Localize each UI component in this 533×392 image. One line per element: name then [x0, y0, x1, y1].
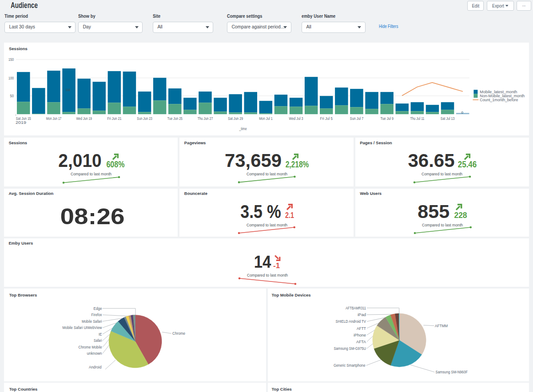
svg-text:Wed Jun 19: Wed Jun 19: [76, 116, 92, 121]
svg-text:unknown: unknown: [87, 351, 102, 356]
svg-text:Thu Jul 11: Thu Jul 11: [410, 116, 424, 121]
svg-text:AFTT: AFTT: [357, 326, 366, 331]
svg-text:Chrome: Chrome: [172, 331, 185, 336]
svg-text:iPad: iPad: [358, 312, 366, 317]
svg-text:AFTBAMR311: AFTBAMR311: [346, 305, 366, 310]
svg-text:IE: IE: [99, 332, 102, 337]
svg-text:Thu Jun 27: Thu Jun 27: [198, 116, 213, 121]
svg-text:SHIELD Android TV: SHIELD Android TV: [335, 319, 366, 324]
svg-text:AFTMM: AFTMM: [435, 323, 448, 328]
svg-text:_time: _time: [239, 127, 247, 131]
svg-text:Chrome Mobile: Chrome Mobile: [79, 344, 102, 349]
svg-text:Samsung SM-N960F: Samsung SM-N960F: [435, 370, 468, 375]
svg-text:Count_1month_before: Count_1month_before: [480, 97, 518, 102]
svg-text:AFTA: AFTA: [356, 339, 366, 344]
svg-text:Mon Jun 17: Mon Jun 17: [46, 116, 62, 121]
svg-text:Android: Android: [89, 365, 102, 370]
svg-text:100: 100: [8, 76, 14, 80]
svg-text:150: 150: [8, 57, 14, 62]
svg-text:2019: 2019: [16, 120, 26, 125]
svg-text:0: 0: [461, 111, 464, 115]
svg-text:Generic Smartphone: Generic Smartphone: [334, 363, 366, 368]
svg-text:Fri Jun 21: Fri Jun 21: [107, 116, 121, 121]
svg-text:Tue Jul 9: Tue Jul 9: [380, 116, 394, 121]
svg-text:Sat Jun 29: Sat Jun 29: [228, 116, 243, 121]
svg-text:Fri Jul 5: Fri Jul 5: [320, 116, 333, 121]
svg-text:Tue Jun 25: Tue Jun 25: [167, 116, 183, 121]
svg-text:iPhone: iPhone: [354, 333, 366, 337]
svg-text:Mon Jul 1: Mon Jul 1: [259, 116, 273, 121]
svg-text:Sat Jul 13: Sat Jul 13: [441, 116, 455, 121]
svg-text:Firefox: Firefox: [91, 313, 102, 317]
svg-text:Edge: Edge: [94, 306, 102, 311]
svg-text:Mobile Safari UIWebView: Mobile Safari UIWebView: [63, 325, 102, 330]
svg-text:118: 118: [66, 88, 70, 92]
svg-text:Samsung SM-G975U: Samsung SM-G975U: [334, 346, 366, 351]
svg-text:Mobile Safari: Mobile Safari: [82, 319, 102, 324]
svg-text:Sun Jun 23: Sun Jun 23: [137, 116, 152, 121]
svg-text:50: 50: [10, 94, 14, 98]
svg-text:Wed Jul 3: Wed Jul 3: [289, 116, 303, 121]
svg-text:Sun Jul 7: Sun Jul 7: [350, 116, 364, 121]
svg-text:Safari: Safari: [94, 338, 102, 343]
